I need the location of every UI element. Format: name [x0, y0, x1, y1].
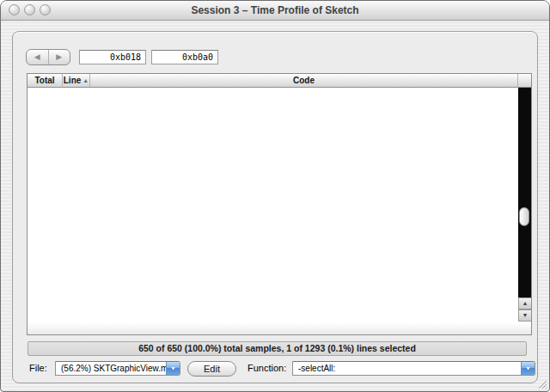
column-header-scroll-spacer [518, 74, 531, 88]
file-label: File: [29, 363, 47, 373]
table-bottom-area [28, 322, 531, 334]
file-select-value: (56.2%) SKTGraphicView.m [56, 362, 166, 375]
code-table: Total Line▲ Code ▲ ▼ [27, 73, 532, 335]
column-header-code[interactable]: Code [90, 74, 518, 88]
dropdown-arrow-icon: ▼ [522, 362, 535, 375]
function-label: Function: [248, 363, 286, 373]
forward-button[interactable]: ▶ [49, 50, 70, 64]
function-select[interactable]: -selectAll: ▼ [292, 361, 535, 376]
resize-grip[interactable] [536, 378, 547, 389]
file-dropdown-button[interactable]: ▼ [166, 362, 180, 375]
titlebar[interactable]: Session 3 – Time Profile of Sketch [1, 1, 549, 21]
column-header-total[interactable]: Total [28, 74, 63, 88]
function-dropdown-button[interactable]: ▼ [521, 362, 535, 375]
sort-ascending-icon: ▲ [82, 77, 89, 83]
edit-button[interactable]: Edit [187, 361, 236, 377]
app-window: Session 3 – Time Profile of Sketch ◀ ▶ 0… [0, 0, 550, 392]
dropdown-arrow-icon: ▼ [167, 362, 180, 375]
address-field-forward[interactable]: 0xb0a0 [151, 50, 218, 64]
status-bar: 650 of 650 (100.0%) total samples, 1 of … [28, 341, 527, 356]
file-select[interactable]: (56.2%) SKTGraphicView.m ▼ [55, 361, 180, 376]
address-field-back[interactable]: 0xb018 [79, 50, 146, 64]
scrollbar-up-button[interactable]: ▲ [518, 297, 531, 309]
column-header-line-label: Line [64, 76, 82, 85]
scrollbar-down-button[interactable]: ▼ [518, 309, 531, 322]
back-button[interactable]: ◀ [27, 50, 49, 64]
column-header-line[interactable]: Line▲ [63, 74, 90, 88]
tab-view-panel: ◀ ▶ 0xb018 0xb0a0 Total Line▲ Code ▲ ▼ 6… [12, 31, 538, 383]
function-select-value: -selectAll: [293, 362, 521, 375]
vertical-scrollbar-track[interactable] [518, 88, 531, 297]
window-title: Session 3 – Time Profile of Sketch [1, 1, 549, 20]
table-header: Total Line▲ Code [28, 74, 531, 88]
vertical-scrollbar-thumb[interactable] [519, 207, 529, 226]
address-nav-control: ◀ ▶ [26, 49, 70, 65]
